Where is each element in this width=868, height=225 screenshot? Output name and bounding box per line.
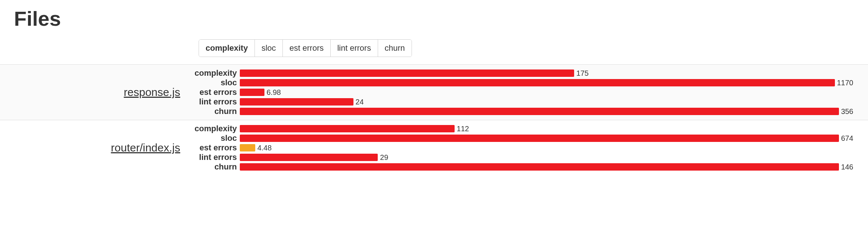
bar-value: 146 (841, 163, 853, 171)
bar-value: 175 (576, 69, 588, 77)
metric-row: sloc1170 (191, 78, 853, 88)
bar-track: 175 (240, 69, 853, 77)
file-link[interactable]: router/index.js (111, 142, 180, 154)
bar-track: 112 (240, 125, 853, 132)
page: Files complexityslocest errorslint error… (0, 7, 868, 175)
bar-track: 356 (240, 108, 853, 115)
bar (240, 108, 839, 115)
file-block: router/index.jscomplexity112sloc674est e… (0, 120, 868, 175)
file-link[interactable]: response.js (124, 86, 180, 98)
bar-track: 674 (240, 135, 853, 142)
files-list: response.jscomplexity175sloc1170est erro… (0, 64, 868, 175)
metric-row: churn356 (191, 107, 853, 116)
tab-lint-errors[interactable]: lint errors (331, 40, 378, 57)
bar (240, 79, 835, 86)
metric-row: lint errors29 (191, 153, 853, 162)
bar-value: 674 (841, 135, 853, 142)
bar-value: 112 (457, 125, 469, 132)
bar-value: 24 (356, 98, 364, 106)
metric-label: lint errors (191, 97, 240, 107)
bar (240, 89, 264, 96)
bar-value: 6.98 (267, 89, 281, 96)
bar-track: 29 (240, 154, 853, 161)
metric-label: est errors (191, 88, 240, 97)
metric-row: churn146 (191, 162, 853, 172)
file-name-col: response.js (0, 86, 191, 99)
metric-row: est errors6.98 (191, 88, 853, 97)
metric-label: sloc (191, 133, 240, 143)
metric-label: est errors (191, 143, 240, 153)
bar-track: 4.48 (240, 144, 853, 151)
metric-label: churn (191, 162, 240, 172)
tab-complexity[interactable]: complexity (199, 40, 255, 57)
metrics-col: complexity175sloc1170est errors6.98lint … (191, 68, 868, 116)
metric-label: churn (191, 107, 240, 116)
metric-row: sloc674 (191, 133, 853, 143)
bar (240, 135, 839, 142)
bar (240, 163, 839, 171)
metric-row: lint errors24 (191, 97, 853, 107)
metric-label: complexity (191, 124, 240, 133)
file-block: response.jscomplexity175sloc1170est erro… (0, 64, 868, 120)
bar-value: 356 (841, 108, 853, 115)
bar (240, 98, 353, 106)
metric-label: complexity (191, 68, 240, 78)
bar-track: 1170 (240, 79, 853, 86)
bar-value: 1170 (837, 79, 854, 86)
tab-sloc[interactable]: sloc (255, 40, 283, 57)
bar (240, 144, 255, 151)
metric-label: sloc (191, 78, 240, 88)
metric-row: complexity112 (191, 124, 853, 133)
bar-track: 6.98 (240, 89, 853, 96)
bar-value: 29 (380, 154, 388, 161)
bar (240, 154, 378, 161)
bar (240, 69, 574, 77)
metric-row: complexity175 (191, 68, 853, 78)
tab-est-errors[interactable]: est errors (283, 40, 331, 57)
metric-label: lint errors (191, 153, 240, 162)
page-title: Files (14, 7, 868, 31)
metric-tabs: complexityslocest errorslint errorschurn (199, 39, 868, 57)
metric-tab-group: complexityslocest errorslint errorschurn (199, 39, 412, 57)
metric-row: est errors4.48 (191, 143, 853, 153)
bar-track: 24 (240, 98, 853, 106)
tab-churn[interactable]: churn (378, 40, 412, 57)
bar-value: 4.48 (257, 144, 272, 151)
bar (240, 125, 455, 132)
metrics-col: complexity112sloc674est errors4.48lint e… (191, 124, 868, 172)
bar-track: 146 (240, 163, 853, 171)
file-name-col: router/index.js (0, 142, 191, 154)
